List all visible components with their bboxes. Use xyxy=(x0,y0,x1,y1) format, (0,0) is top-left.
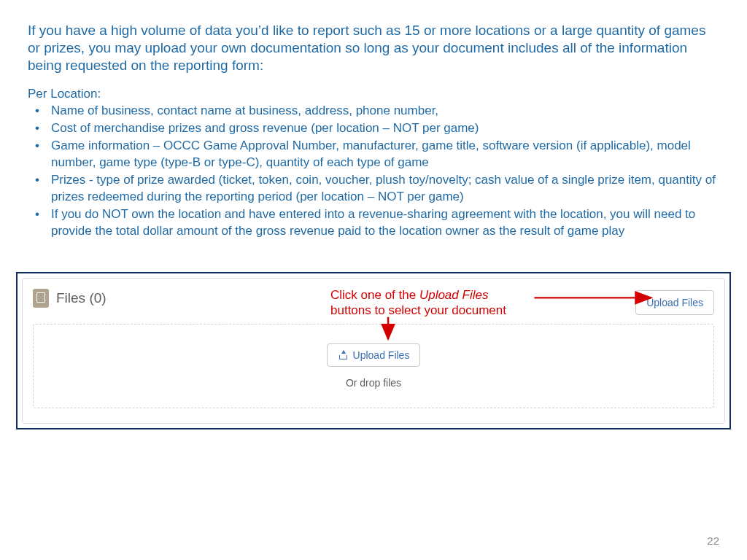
list-item: Name of business, contact name at busine… xyxy=(28,103,719,120)
page-number: 22 xyxy=(707,534,719,547)
callout-suffix: buttons to select your document xyxy=(330,303,506,317)
callout-prefix: Click one of the xyxy=(330,288,419,302)
upload-files-button-center[interactable]: Upload Files xyxy=(327,343,421,367)
list-item: Prizes - type of prize awarded (ticket, … xyxy=(28,172,719,206)
per-location-label: Per Location: xyxy=(28,87,719,101)
callout-italic: Upload Files xyxy=(419,288,489,302)
file-icon xyxy=(33,289,49,308)
upload-files-button-top[interactable]: Upload Files xyxy=(635,290,714,315)
upload-icon xyxy=(338,350,347,359)
list-item: If you do NOT own the location and have … xyxy=(28,206,719,240)
files-card: Files (0) Upload Files Upload Files Or d… xyxy=(22,278,725,424)
files-title: Files (0) xyxy=(56,290,107,306)
list-item: Game information – OCCC Game Approval Nu… xyxy=(28,138,719,171)
annotation-callout: Click one of the Upload Files buttons to… xyxy=(330,287,506,319)
drop-files-text: Or drop files xyxy=(346,377,401,389)
file-dropzone[interactable]: Upload Files Or drop files xyxy=(33,324,714,408)
intro-paragraph: If you have a high volume of data you’d … xyxy=(28,22,719,74)
files-panel: Files (0) Upload Files Upload Files Or d… xyxy=(16,272,731,429)
upload-center-label: Upload Files xyxy=(353,349,410,361)
requirements-list: Name of business, contact name at busine… xyxy=(28,103,719,240)
list-item: Cost of merchandise prizes and gross rev… xyxy=(28,120,719,137)
